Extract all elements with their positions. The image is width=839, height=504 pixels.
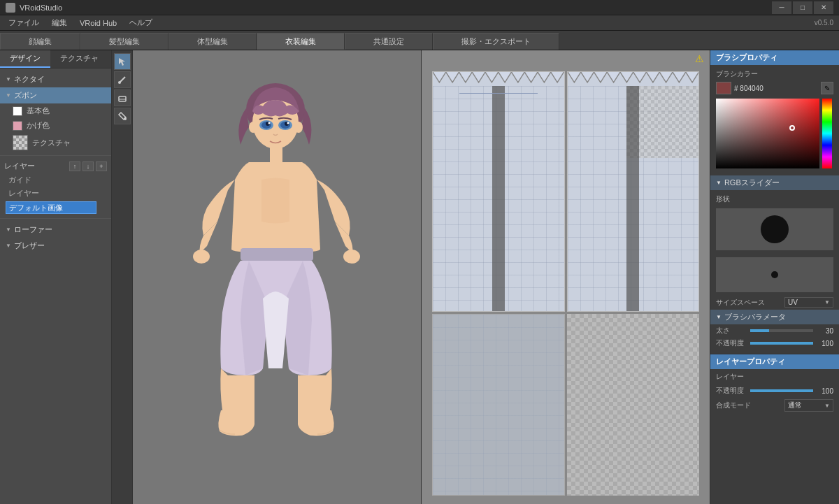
minimize-button[interactable]: ─ bbox=[772, 1, 791, 14]
category-loafer[interactable]: ▼ ローファー bbox=[0, 222, 111, 238]
brush-color-section: ブラシカラー # 804040 ✎ bbox=[710, 65, 839, 175]
main-layout: デザイン テクスチャ ▼ ネクタイ ▼ ズボン 基本色 かげ色 bbox=[0, 50, 839, 504]
layer-down-button[interactable]: ↓ bbox=[83, 161, 94, 171]
menu-help[interactable]: ヘルプ bbox=[124, 16, 158, 29]
blend-mode-row: 合成モード 通常 ▼ bbox=[710, 397, 839, 414]
color-picker[interactable] bbox=[716, 99, 833, 168]
divider-1 bbox=[0, 155, 111, 156]
opacity-slider[interactable] bbox=[750, 342, 813, 345]
title-bar: VRoidStudio ─ □ ✕ bbox=[0, 0, 839, 15]
layer-opacity-row: 不透明度 100 bbox=[710, 384, 839, 397]
right-panel: ブラシプロパティ ブラシカラー # 804040 ✎ ▼ RG bbox=[710, 50, 839, 504]
tab-costume[interactable]: 衣装編集 bbox=[257, 33, 345, 50]
menu-bar: ファイル 編集 VRoid Hub ヘルプ v0.5.0 bbox=[0, 15, 839, 31]
color-hex-display: # 804040 bbox=[734, 85, 818, 92]
svg-point-8 bbox=[294, 122, 303, 133]
size-space-arrow: ▼ bbox=[824, 299, 830, 305]
rgb-slider-label: RGBスライダー bbox=[724, 178, 780, 188]
left-panel: デザイン テクスチャ ▼ ネクタイ ▼ ズボン 基本色 かげ色 bbox=[0, 50, 112, 504]
svg-rect-17 bbox=[270, 147, 282, 162]
rgb-slider-header[interactable]: ▼ RGBスライダー bbox=[710, 175, 839, 190]
size-param-row: 太さ 30 bbox=[710, 324, 839, 337]
uv-lower-right bbox=[567, 314, 700, 496]
tab-face[interactable]: 顔編集 bbox=[0, 33, 80, 50]
svg-point-19 bbox=[343, 250, 360, 264]
maximize-button[interactable]: □ bbox=[793, 1, 812, 14]
uv-lower-grid-left bbox=[433, 315, 564, 495]
brush-props-header: ブラシプロパティ bbox=[710, 50, 839, 65]
select-tool-button[interactable] bbox=[114, 53, 131, 70]
layer-buttons: ↑ ↓ + bbox=[69, 161, 107, 171]
layer-add-button[interactable]: + bbox=[96, 161, 107, 171]
svg-point-15 bbox=[268, 122, 271, 124]
fill-tool-button[interactable] bbox=[114, 108, 131, 124]
arrow-zubon: ▼ bbox=[6, 92, 11, 99]
close-button[interactable]: ✕ bbox=[814, 1, 833, 14]
brush-preview-dot bbox=[771, 271, 778, 278]
menu-edit[interactable]: 編集 bbox=[46, 16, 73, 29]
category-blazer[interactable]: ▼ ブレザー bbox=[0, 238, 111, 254]
color-gradient-box[interactable] bbox=[716, 99, 819, 168]
texture-label: テクスチャ bbox=[32, 138, 71, 148]
layer-prop-label: レイヤー bbox=[716, 372, 744, 382]
menu-vroid-hub[interactable]: VRoid Hub bbox=[74, 17, 122, 29]
eyedropper-button[interactable]: ✎ bbox=[821, 82, 833, 94]
layer-name-input[interactable] bbox=[6, 201, 96, 214]
brush-tool-button[interactable] bbox=[114, 71, 131, 88]
brush-params-header[interactable]: ▼ ブラシパラメータ bbox=[710, 310, 839, 324]
size-slider[interactable] bbox=[750, 329, 813, 332]
center-area: ⚠ bbox=[112, 50, 710, 504]
layer-opacity-slider[interactable] bbox=[750, 389, 813, 392]
color-picker-cursor bbox=[789, 125, 795, 131]
uv-panel-left bbox=[432, 71, 565, 312]
size-slider-fill bbox=[750, 329, 769, 332]
layer-opacity-value: 100 bbox=[816, 387, 833, 395]
tab-export[interactable]: 撮影・エクスポート bbox=[433, 33, 559, 50]
blend-mode-value: 通常 bbox=[788, 401, 802, 410]
layer-props-label: レイヤープロパティ bbox=[716, 357, 785, 366]
brush-params-arrow: ▼ bbox=[716, 314, 722, 320]
size-space-value: UV bbox=[788, 298, 798, 306]
opacity-label: 不透明度 bbox=[716, 338, 747, 348]
hue-slider[interactable] bbox=[822, 99, 832, 168]
brush-preview bbox=[716, 257, 833, 292]
shape-area: 形状 bbox=[710, 190, 839, 254]
shape-preview bbox=[716, 208, 833, 250]
category-zubon[interactable]: ▼ ズボン bbox=[0, 87, 111, 103]
layer-up-button[interactable]: ↑ bbox=[69, 161, 80, 171]
character-svg bbox=[165, 68, 389, 487]
sub-item-shadow-color[interactable]: かげ色 bbox=[0, 118, 111, 133]
sub-item-basic-color[interactable]: 基本色 bbox=[0, 103, 111, 118]
tab-common[interactable]: 共通設定 bbox=[345, 33, 433, 50]
uv-fold-1 bbox=[459, 93, 538, 94]
size-value: 30 bbox=[816, 327, 833, 335]
brush-params-label: ブラシパラメータ bbox=[724, 312, 786, 322]
menu-file[interactable]: ファイル bbox=[3, 16, 45, 29]
opacity-slider-fill bbox=[750, 342, 813, 345]
shadow-color-swatch bbox=[13, 121, 22, 131]
blend-mode-arrow: ▼ bbox=[824, 403, 830, 409]
uv-editor[interactable]: ⚠ bbox=[422, 50, 710, 504]
eraser-tool-button[interactable] bbox=[114, 89, 131, 106]
blend-mode-dropdown[interactable]: 通常 ▼ bbox=[784, 399, 833, 412]
uv-seam-left bbox=[492, 86, 505, 312]
svg-rect-20 bbox=[241, 248, 313, 261]
size-space-row: サイズスペース UV ▼ bbox=[710, 295, 839, 310]
left-tab-texture[interactable]: テクスチャ bbox=[50, 50, 108, 68]
sub-item-texture[interactable]: テクスチャ bbox=[0, 133, 111, 152]
window-controls[interactable]: ─ □ ✕ bbox=[772, 1, 833, 14]
guide-layer-item: ガイド bbox=[0, 173, 111, 187]
tab-body[interactable]: 体型編集 bbox=[168, 33, 257, 50]
svg-point-4 bbox=[124, 117, 127, 120]
category-necktie[interactable]: ▼ ネクタイ bbox=[0, 71, 111, 87]
left-tab-design[interactable]: デザイン bbox=[0, 50, 50, 68]
tab-hair[interactable]: 髪型編集 bbox=[80, 33, 168, 50]
layer-header: レイヤー ↑ ↓ + bbox=[0, 159, 111, 173]
arrow-blazer: ▼ bbox=[6, 243, 11, 249]
layer-props-row: レイヤー bbox=[710, 369, 839, 384]
size-space-dropdown[interactable]: UV ▼ bbox=[784, 297, 833, 308]
3d-view[interactable] bbox=[133, 50, 422, 504]
size-label: 太さ bbox=[716, 326, 747, 336]
color-preview[interactable] bbox=[716, 82, 731, 94]
brush-color-label: ブラシカラー bbox=[716, 69, 833, 79]
